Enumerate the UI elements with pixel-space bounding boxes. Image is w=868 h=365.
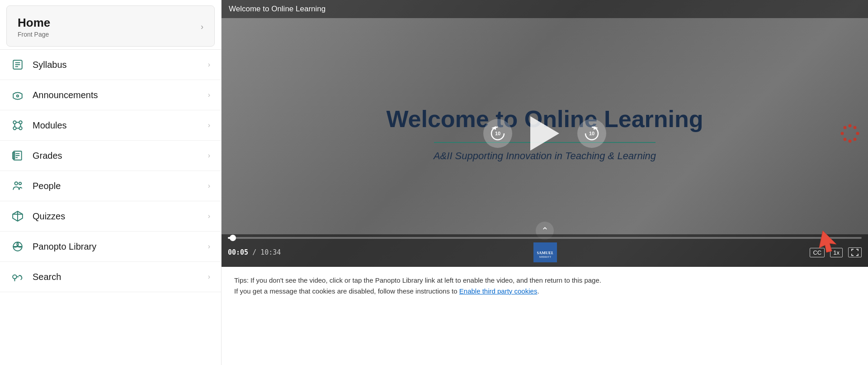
chevron-right-icon: ›: [208, 152, 210, 160]
svg-point-18: [15, 182, 18, 185]
fullscreen-icon: [851, 249, 859, 256]
video-title-bar: Welcome to Online Learning: [222, 0, 868, 18]
sidebar-item-quizzes-label: Quizzes: [33, 211, 65, 222]
svg-text:SAMUEL: SAMUEL: [537, 251, 553, 255]
tips-section: Tips: If you don't see the video, click …: [222, 267, 868, 305]
sidebar-item-announcements-label: Announcements: [33, 90, 98, 100]
grades-icon: [11, 149, 24, 162]
samuel-merritt-logo: SAMUEL MERRITT: [533, 242, 557, 262]
play-button[interactable]: [530, 116, 559, 151]
svg-point-34: [856, 132, 859, 135]
chevron-right-icon: ›: [208, 61, 210, 69]
svg-point-35: [854, 138, 857, 141]
rewind-icon: 10: [488, 123, 508, 143]
sidebar-item-home[interactable]: Home Front Page ›: [6, 5, 215, 47]
svg-text:MERRITT: MERRITT: [539, 256, 552, 258]
sidebar-item-syllabus-label: Syllabus: [33, 60, 67, 70]
sidebar-item-grades-label: Grades: [33, 151, 62, 161]
svg-text:10: 10: [589, 131, 594, 136]
modules-icon: [11, 119, 24, 132]
syllabus-icon: [11, 58, 24, 71]
progress-handle[interactable]: [230, 235, 236, 241]
video-controls-center: 10 10: [483, 116, 606, 151]
sidebar-item-modules-label: Modules: [33, 120, 67, 131]
video-slide-subtitle: A&II Supporting Innovation in Teaching &…: [386, 150, 703, 162]
svg-point-37: [844, 138, 847, 141]
time-current: 00:05: [228, 248, 248, 256]
svg-point-8: [19, 127, 22, 130]
panopto-settings-icon[interactable]: [839, 123, 861, 144]
quizzes-icon: [11, 209, 24, 223]
smu-logo-icon: SAMUEL MERRITT: [537, 244, 553, 261]
chevron-right-icon: ›: [208, 91, 210, 99]
time-display: 00:05 / 10:34: [228, 248, 281, 256]
tips-text-1: Tips: If you don't see the video, click …: [234, 275, 855, 286]
chevron-right-icon: ›: [201, 22, 203, 32]
forward-button[interactable]: 10: [577, 119, 606, 148]
enable-cookies-link[interactable]: Enable third party cookies: [459, 287, 538, 295]
chevron-right-icon: ›: [208, 273, 210, 281]
search-icon: [11, 270, 24, 284]
sidebar-item-quizzes[interactable]: Quizzes ›: [0, 201, 221, 232]
sidebar-item-search[interactable]: Search ›: [0, 262, 221, 292]
svg-point-4: [17, 95, 19, 97]
chevron-right-icon: ›: [208, 212, 210, 220]
sidebar-home-title: Home: [18, 16, 50, 30]
rewind-button[interactable]: 10: [483, 119, 512, 148]
svg-text:10: 10: [495, 131, 500, 136]
svg-point-32: [849, 124, 852, 128]
sidebar-item-panopto-label: Panopto Library: [33, 242, 96, 252]
chevron-right-icon: ›: [208, 242, 210, 251]
chevron-right-icon: ›: [208, 182, 210, 190]
red-arrow-annotation: [814, 226, 841, 253]
sidebar-item-search-label: Search: [33, 272, 61, 282]
svg-point-6: [19, 121, 22, 124]
svg-point-24: [13, 275, 17, 279]
sidebar-home-subtitle: Front Page: [18, 31, 50, 38]
progress-bar[interactable]: [228, 237, 862, 239]
forward-icon: 10: [582, 123, 602, 143]
sidebar: Home Front Page › Syllabus ›: [0, 0, 222, 365]
announcements-icon: [11, 88, 24, 102]
tips-text-2: If you get a message that cookies are di…: [234, 286, 855, 297]
svg-point-36: [849, 140, 852, 143]
sidebar-item-announcements[interactable]: Announcements ›: [0, 80, 221, 110]
sidebar-item-modules[interactable]: Modules ›: [0, 110, 221, 141]
svg-point-7: [13, 127, 16, 130]
sidebar-item-people[interactable]: People ›: [0, 171, 221, 201]
sidebar-item-syllabus[interactable]: Syllabus ›: [0, 50, 221, 80]
sidebar-item-people-label: People: [33, 181, 61, 191]
sidebar-item-panopto[interactable]: Panopto Library ›: [0, 232, 221, 262]
svg-point-19: [19, 182, 21, 185]
panopto-icon: [11, 240, 24, 253]
svg-point-39: [844, 126, 847, 129]
video-title: Welcome to Online Learning: [229, 5, 326, 13]
svg-point-5: [13, 121, 16, 124]
chevron-right-icon: ›: [208, 121, 210, 129]
time-total: 10:34: [260, 248, 281, 256]
fullscreen-button[interactable]: [848, 247, 862, 257]
svg-point-33: [854, 126, 857, 129]
play-triangle-icon: [530, 116, 559, 151]
video-player[interactable]: Welcome to Online Learning Welcome to On…: [222, 0, 868, 267]
sidebar-item-grades[interactable]: Grades ›: [0, 141, 221, 171]
svg-point-38: [841, 132, 844, 135]
video-bottom-controls: 00:05 / 10:34 SAMUEL MERRITT: [222, 234, 868, 267]
people-icon: [11, 179, 24, 193]
main-content: Welcome to Online Learning Welcome to On…: [222, 0, 868, 365]
